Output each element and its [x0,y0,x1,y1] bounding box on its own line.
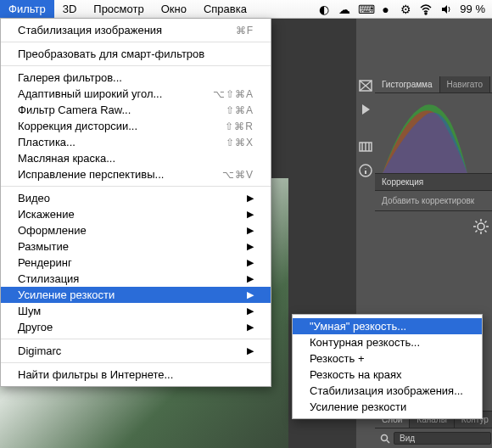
menu-stabilize[interactable]: Стабилизация изображения ⌘F [1,22,271,38]
submenu-arrow-icon: ▶ [247,322,254,333]
submenu-arrow-icon: ▶ [247,305,254,316]
menu-extras: ◐ ☁ ⌨ ● ⚙ 99 % [317,0,492,18]
menu-adaptive[interactable]: Адаптивный широкий угол... ⌥⇧⌘A [1,86,271,102]
sharpen-submenu: "Умная" резкость... Контурная резкость..… [292,314,483,419]
submenu-sharpen-edges[interactable]: Резкость на краях [293,367,482,383]
search-icon[interactable] [380,434,390,444]
menu-find-online[interactable]: Найти фильтры в Интернете... [1,367,271,383]
layers-filter-select[interactable]: Вид [394,432,491,445]
menu-liquify[interactable]: Пластика... ⇧⌘X [1,134,271,150]
menu-other[interactable]: Другое▶ [1,319,271,335]
menu-noise[interactable]: Шум▶ [1,303,271,319]
svg-point-13 [382,434,388,440]
menu-video[interactable]: Видео▶ [1,190,271,206]
menu-lens[interactable]: Коррекция дисторсии... ⇧⌘R [1,118,271,134]
submenu-arrow-icon: ▶ [247,257,254,268]
menubar: Фильтр 3D Просмотр Окно Справка ◐ ☁ ⌨ ● … [0,0,492,19]
svg-point-4 [478,223,484,230]
keyboard-icon[interactable]: ⌨ [358,3,372,16]
submenu-arrow-icon: ▶ [247,273,254,284]
menu-distort[interactable]: Искажение▶ [1,206,271,222]
submenu-arrow-icon: ▶ [247,225,254,236]
tab-histogram[interactable]: Гистограмма [375,76,440,92]
menu-filter[interactable]: Фильтр [0,0,54,18]
submenu-arrow-icon: ▶ [247,241,254,252]
menu-separator [1,186,271,187]
menu-help[interactable]: Справка [195,0,255,18]
submenu-arrow-icon: ▶ [247,345,254,356]
play-icon[interactable] [356,100,375,119]
menu-view[interactable]: Просмотр [85,0,152,18]
menu-separator [1,339,271,339]
submenu-shake-reduction[interactable]: Стабилизация изображения... [293,383,482,399]
sync-icon[interactable]: ◐ [317,3,331,16]
menu-stylize[interactable]: Стилизация▶ [1,271,271,287]
menu-separator [1,42,271,42]
menu-separator [1,65,271,66]
menu-3d[interactable]: 3D [54,0,86,18]
histogram-panel [375,93,492,173]
menu-window[interactable]: Окно [153,0,195,18]
submenu-smart-sharpen[interactable]: "Умная" резкость... [293,318,482,334]
filter-dropdown: Стабилизация изображения ⌘F Преобразоват… [0,19,271,387]
svg-line-12 [475,231,477,232]
panel-icon-1[interactable] [356,76,375,95]
info-icon[interactable] [356,161,375,180]
menu-oil[interactable]: Масляная краска... [1,150,271,166]
submenu-unsharp-mask[interactable]: Контурная резкость... [293,334,482,350]
adjustment-icon[interactable] [356,137,375,156]
menu-blur[interactable]: Размытие▶ [1,238,271,255]
histogram-tabs: Гистограмма Навигато [375,76,492,93]
tab-navigator[interactable]: Навигато [440,76,490,92]
menu-vanishing[interactable]: Исправление перспективы... ⌥⌘V [1,166,271,182]
layers-filter-row: Вид [375,428,492,448]
brightness-icon[interactable] [472,218,489,235]
svg-line-14 [387,440,389,443]
submenu-sharpen[interactable]: Усиление резкости [293,399,482,415]
wifi-icon[interactable] [419,3,433,16]
submenu-sharpen-more[interactable]: Резкость + [293,350,482,367]
menu-camera-raw[interactable]: Фильтр Camera Raw... ⇧⌘A [1,102,271,118]
menu-rendering[interactable]: Рендеринг▶ [1,255,271,271]
submenu-arrow-icon: ▶ [247,193,254,204]
volume-icon[interactable] [439,3,453,16]
svg-line-10 [484,231,486,232]
menu-render-style[interactable]: Оформление▶ [1,222,271,238]
svg-line-9 [475,221,477,223]
submenu-arrow-icon: ▶ [247,289,254,300]
drop-icon[interactable]: ● [378,3,392,16]
correction-header[interactable]: Коррекция [375,173,492,191]
battery-label[interactable]: 99 % [460,3,485,15]
cloud-icon[interactable]: ☁ [338,3,351,16]
menu-gallery[interactable]: Галерея фильтров... [1,70,271,86]
correction-add-label: Добавить корректировк [375,191,492,211]
svg-line-11 [484,221,486,223]
menu-sharpen[interactable]: Усиление резкости▶ [1,287,271,303]
menu-digimarc[interactable]: Digimarc▶ [1,343,271,359]
menu-convert-smart[interactable]: Преобразовать для смарт-фильтров [1,46,271,62]
bluetooth-icon[interactable]: ⚙ [399,3,412,16]
submenu-arrow-icon: ▶ [247,209,254,220]
svg-point-0 [425,13,427,14]
menu-separator [1,362,271,363]
